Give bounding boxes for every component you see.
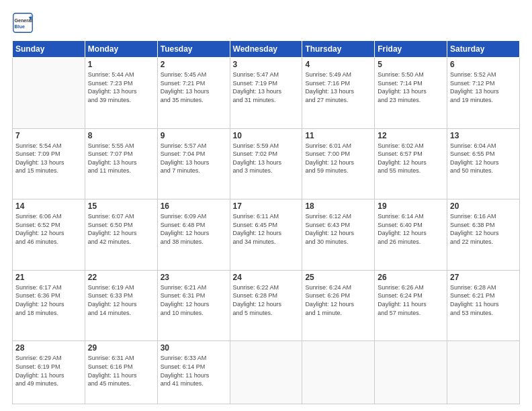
day-info: Sunrise: 5:54 AM Sunset: 7:09 PM Dayligh…	[15, 142, 82, 175]
calendar-cell: 15Sunrise: 6:07 AM Sunset: 6:50 PM Dayli…	[85, 199, 157, 271]
day-number: 9	[161, 131, 227, 140]
calendar-cell: 1Sunrise: 5:44 AM Sunset: 7:23 PM Daylig…	[85, 58, 157, 129]
day-info: Sunrise: 5:47 AM Sunset: 7:19 PM Dayligh…	[233, 71, 300, 104]
weekday-header-tuesday: Tuesday	[157, 41, 230, 58]
day-info: Sunrise: 6:06 AM Sunset: 6:52 PM Dayligh…	[15, 212, 82, 246]
calendar-cell: 18Sunrise: 6:12 AM Sunset: 6:43 PM Dayli…	[302, 199, 375, 271]
day-number: 15	[88, 201, 154, 211]
calendar-cell: 4Sunrise: 5:49 AM Sunset: 7:16 PM Daylig…	[302, 58, 375, 129]
calendar-cell: 13Sunrise: 6:04 AM Sunset: 6:55 PM Dayli…	[447, 128, 520, 199]
calendar-cell: 24Sunrise: 6:22 AM Sunset: 6:28 PM Dayli…	[230, 270, 302, 341]
weekday-header-friday: Friday	[375, 41, 447, 58]
day-number: 14	[15, 201, 82, 211]
calendar-cell: 27Sunrise: 6:28 AM Sunset: 6:21 PM Dayli…	[447, 270, 520, 341]
day-info: Sunrise: 5:55 AM Sunset: 7:07 PM Dayligh…	[88, 142, 154, 175]
day-info: Sunrise: 6:01 AM Sunset: 7:00 PM Dayligh…	[305, 142, 371, 175]
day-info: Sunrise: 5:50 AM Sunset: 7:14 PM Dayligh…	[378, 71, 444, 104]
week-row-4: 21Sunrise: 6:17 AM Sunset: 6:36 PM Dayli…	[13, 270, 520, 341]
day-number: 23	[161, 273, 227, 282]
calendar-cell: 17Sunrise: 6:11 AM Sunset: 6:45 PM Dayli…	[230, 199, 302, 271]
day-number: 25	[305, 273, 371, 282]
page-header: General Blue	[12, 12, 520, 34]
calendar-cell: 26Sunrise: 6:26 AM Sunset: 6:24 PM Dayli…	[375, 270, 447, 341]
day-number: 28	[15, 343, 82, 353]
day-info: Sunrise: 6:17 AM Sunset: 6:36 PM Dayligh…	[15, 283, 82, 317]
day-number: 20	[450, 201, 517, 211]
calendar-cell: 25Sunrise: 6:24 AM Sunset: 6:26 PM Dayli…	[302, 270, 375, 341]
day-info: Sunrise: 6:28 AM Sunset: 6:21 PM Dayligh…	[450, 283, 517, 317]
day-info: Sunrise: 5:59 AM Sunset: 7:02 PM Dayligh…	[233, 142, 300, 175]
day-number: 3	[233, 60, 300, 69]
week-row-3: 14Sunrise: 6:06 AM Sunset: 6:52 PM Dayli…	[13, 199, 520, 271]
day-number: 8	[88, 131, 154, 140]
day-info: Sunrise: 6:09 AM Sunset: 6:48 PM Dayligh…	[161, 212, 227, 246]
weekday-header-wednesday: Wednesday	[230, 41, 302, 58]
calendar-cell: 3Sunrise: 5:47 AM Sunset: 7:19 PM Daylig…	[230, 58, 302, 129]
calendar-cell: 2Sunrise: 5:45 AM Sunset: 7:21 PM Daylig…	[157, 58, 230, 129]
calendar-cell: 11Sunrise: 6:01 AM Sunset: 7:00 PM Dayli…	[302, 128, 375, 199]
calendar-cell: 8Sunrise: 5:55 AM Sunset: 7:07 PM Daylig…	[85, 128, 157, 199]
day-number: 10	[233, 131, 300, 140]
weekday-header-row: SundayMondayTuesdayWednesdayThursdayFrid…	[13, 41, 520, 58]
calendar-cell	[375, 341, 447, 404]
day-info: Sunrise: 6:19 AM Sunset: 6:33 PM Dayligh…	[88, 283, 154, 317]
day-number: 1	[88, 60, 154, 69]
calendar-cell	[302, 341, 375, 404]
day-number: 12	[378, 131, 444, 140]
day-info: Sunrise: 5:57 AM Sunset: 7:04 PM Dayligh…	[161, 142, 227, 175]
day-info: Sunrise: 6:29 AM Sunset: 6:19 PM Dayligh…	[15, 354, 82, 387]
day-info: Sunrise: 6:16 AM Sunset: 6:38 PM Dayligh…	[450, 212, 517, 246]
calendar-cell	[447, 341, 520, 404]
calendar-cell: 10Sunrise: 5:59 AM Sunset: 7:02 PM Dayli…	[230, 128, 302, 199]
calendar-cell: 23Sunrise: 6:21 AM Sunset: 6:31 PM Dayli…	[157, 270, 230, 341]
calendar-cell: 6Sunrise: 5:52 AM Sunset: 7:12 PM Daylig…	[447, 58, 520, 129]
calendar-table: SundayMondayTuesdayWednesdayThursdayFrid…	[12, 40, 520, 404]
weekday-header-monday: Monday	[85, 41, 157, 58]
day-number: 16	[161, 201, 227, 211]
calendar-cell	[13, 58, 85, 129]
weekday-header-saturday: Saturday	[447, 41, 520, 58]
day-number: 5	[378, 60, 444, 69]
svg-text:Blue: Blue	[15, 24, 25, 30]
day-number: 11	[305, 131, 371, 140]
day-number: 26	[378, 273, 444, 282]
calendar-cell: 16Sunrise: 6:09 AM Sunset: 6:48 PM Dayli…	[157, 199, 230, 271]
logo: General Blue	[12, 12, 36, 34]
calendar-cell: 20Sunrise: 6:16 AM Sunset: 6:38 PM Dayli…	[447, 199, 520, 271]
calendar-cell: 5Sunrise: 5:50 AM Sunset: 7:14 PM Daylig…	[375, 58, 447, 129]
week-row-5: 28Sunrise: 6:29 AM Sunset: 6:19 PM Dayli…	[13, 341, 520, 404]
day-info: Sunrise: 6:33 AM Sunset: 6:14 PM Dayligh…	[161, 354, 227, 387]
day-info: Sunrise: 6:24 AM Sunset: 6:26 PM Dayligh…	[305, 283, 371, 317]
calendar-cell: 19Sunrise: 6:14 AM Sunset: 6:40 PM Dayli…	[375, 199, 447, 271]
weekday-header-thursday: Thursday	[302, 41, 375, 58]
day-info: Sunrise: 5:45 AM Sunset: 7:21 PM Dayligh…	[161, 71, 227, 104]
day-info: Sunrise: 6:12 AM Sunset: 6:43 PM Dayligh…	[305, 212, 371, 246]
day-number: 21	[15, 273, 82, 282]
calendar-cell	[230, 341, 302, 404]
day-info: Sunrise: 6:26 AM Sunset: 6:24 PM Dayligh…	[378, 283, 444, 317]
calendar-cell: 28Sunrise: 6:29 AM Sunset: 6:19 PM Dayli…	[13, 341, 85, 404]
calendar-cell: 30Sunrise: 6:33 AM Sunset: 6:14 PM Dayli…	[157, 341, 230, 404]
day-info: Sunrise: 6:04 AM Sunset: 6:55 PM Dayligh…	[450, 142, 517, 175]
day-info: Sunrise: 6:22 AM Sunset: 6:28 PM Dayligh…	[233, 283, 300, 317]
week-row-1: 1Sunrise: 5:44 AM Sunset: 7:23 PM Daylig…	[13, 58, 520, 129]
day-number: 6	[450, 60, 517, 69]
day-number: 22	[88, 273, 154, 282]
day-info: Sunrise: 6:14 AM Sunset: 6:40 PM Dayligh…	[378, 212, 444, 246]
logo-icon: General Blue	[12, 12, 34, 34]
calendar-cell: 9Sunrise: 5:57 AM Sunset: 7:04 PM Daylig…	[157, 128, 230, 199]
calendar-cell: 22Sunrise: 6:19 AM Sunset: 6:33 PM Dayli…	[85, 270, 157, 341]
day-number: 7	[15, 131, 82, 140]
svg-text:General: General	[15, 18, 33, 24]
calendar-cell: 12Sunrise: 6:02 AM Sunset: 6:57 PM Dayli…	[375, 128, 447, 199]
day-info: Sunrise: 6:07 AM Sunset: 6:50 PM Dayligh…	[88, 212, 154, 246]
day-number: 27	[450, 273, 517, 282]
calendar-cell: 29Sunrise: 6:31 AM Sunset: 6:16 PM Dayli…	[85, 341, 157, 404]
day-info: Sunrise: 6:21 AM Sunset: 6:31 PM Dayligh…	[161, 283, 227, 317]
calendar-cell: 14Sunrise: 6:06 AM Sunset: 6:52 PM Dayli…	[13, 199, 85, 271]
day-number: 4	[305, 60, 371, 69]
calendar-cell: 7Sunrise: 5:54 AM Sunset: 7:09 PM Daylig…	[13, 128, 85, 199]
day-number: 29	[88, 343, 154, 353]
day-number: 30	[161, 343, 227, 353]
day-info: Sunrise: 6:02 AM Sunset: 6:57 PM Dayligh…	[378, 142, 444, 175]
